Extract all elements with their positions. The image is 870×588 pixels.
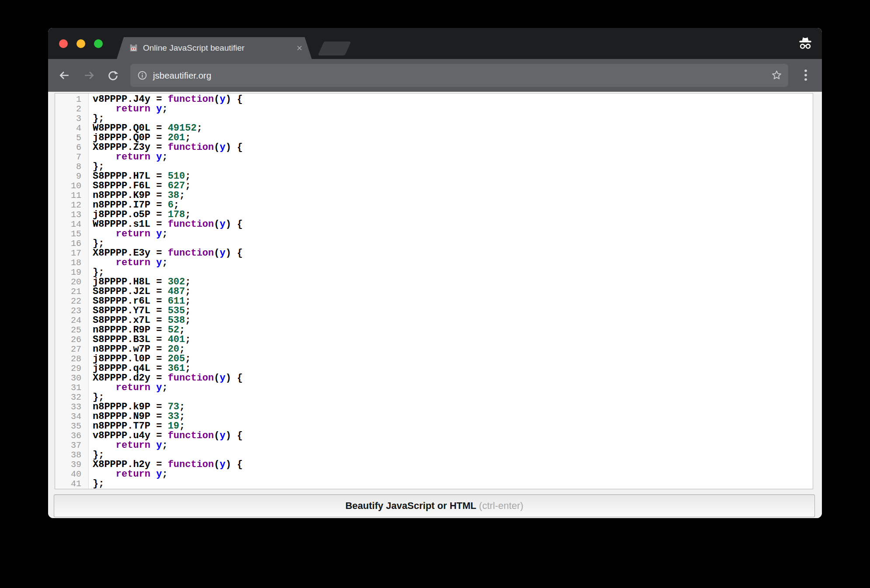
code-line: 39X8PPPP.h2y = function(y) { <box>55 460 813 470</box>
line-number: 37 <box>55 441 86 450</box>
page-info-icon[interactable] <box>137 70 147 80</box>
line-number: 26 <box>55 335 86 345</box>
beautify-button-label: Beautify JavaScript or HTML <box>345 500 477 511</box>
line-number: 24 <box>55 316 86 325</box>
code-line: 21S8PPPP.J2L = 487; <box>55 287 813 297</box>
code-line: 28j8PPPP.l0P = 205; <box>55 354 813 364</box>
window-minimize-button[interactable] <box>77 39 85 48</box>
code-line: 6X8PPPP.Z3y = function(y) { <box>55 143 813 152</box>
line-number: 14 <box>55 220 86 229</box>
code-line: 24S8PPPP.x7L = 538; <box>55 316 813 325</box>
line-number: 28 <box>55 354 86 364</box>
code-line: 27n8PPPP.w7P = 20; <box>55 345 813 354</box>
line-number: 33 <box>55 402 86 412</box>
line-number: 16 <box>55 239 86 249</box>
bookmark-star-icon[interactable] <box>771 69 783 81</box>
code-editor[interactable]: 1v8PPPP.J4y = function(y) {2 return y;3}… <box>55 93 813 489</box>
new-tab-button[interactable] <box>318 42 351 55</box>
line-number: 39 <box>55 460 86 470</box>
beautify-shortcut-hint: (ctrl-enter) <box>479 500 523 511</box>
line-number: 22 <box>55 297 86 306</box>
code-line: 41}; <box>55 479 813 489</box>
code-line: 13j8PPPP.o5P = 178; <box>55 210 813 220</box>
code-line: 19}; <box>55 268 813 277</box>
line-number: 25 <box>55 325 86 335</box>
forward-button[interactable] <box>83 69 96 82</box>
code-line: 15 return y; <box>55 229 813 239</box>
line-number: 35 <box>55 422 86 431</box>
code-line: 30X8PPPP.d2y = function(y) { <box>55 374 813 383</box>
line-number: 7 <box>55 152 86 162</box>
line-number: 29 <box>55 364 86 374</box>
beautify-button[interactable]: Beautify JavaScript or HTML (ctrl-enter) <box>54 495 815 517</box>
line-number: 4 <box>55 124 86 133</box>
code-line: 35n8PPPP.T7P = 19; <box>55 422 813 431</box>
line-number: 8 <box>55 162 86 172</box>
code-line: 40 return y; <box>55 470 813 479</box>
tab-title: Online JavaScript beautifier <box>143 37 244 59</box>
close-tab-icon[interactable] <box>296 45 303 52</box>
line-number: 32 <box>55 393 86 402</box>
browser-menu-button[interactable] <box>801 69 811 82</box>
code-line: 38}; <box>55 450 813 460</box>
line-number: 17 <box>55 249 86 258</box>
code-line: 36v8PPPP.u4y = function(y) { <box>55 431 813 441</box>
code-line: 20j8PPPP.H8L = 302; <box>55 277 813 287</box>
code-line: 8}; <box>55 162 813 172</box>
line-number: 38 <box>55 450 86 460</box>
line-number: 31 <box>55 383 86 393</box>
line-number: 20 <box>55 277 86 287</box>
tab-bar: Online JavaScript beautifier <box>48 28 822 59</box>
window-zoom-button[interactable] <box>94 39 103 48</box>
line-number: 19 <box>55 268 86 277</box>
code-line: 14W8PPPP.s1L = function(y) { <box>55 220 813 229</box>
browser-tab[interactable]: Online JavaScript beautifier <box>117 37 312 59</box>
code-line: 10S8PPPP.F6L = 627; <box>55 181 813 191</box>
line-number: 21 <box>55 287 86 297</box>
code-line: 3}; <box>55 114 813 124</box>
code-line: 18 return y; <box>55 258 813 268</box>
browser-toolbar: jsbeautifier.org <box>48 59 822 92</box>
url-text: jsbeautifier.org <box>153 64 211 87</box>
line-number: 10 <box>55 181 86 191</box>
line-number: 30 <box>55 374 86 383</box>
code-line: 26S8PPPP.B3L = 401; <box>55 335 813 345</box>
code-line: 7 return y; <box>55 152 813 162</box>
line-number: 12 <box>55 201 86 210</box>
code-line: 32}; <box>55 393 813 402</box>
code-line: 4W8PPPP.Q0L = 49152; <box>55 124 813 133</box>
reload-button[interactable] <box>107 69 119 82</box>
line-number: 41 <box>55 479 86 489</box>
line-number: 18 <box>55 258 86 268</box>
code-lines: 1v8PPPP.J4y = function(y) {2 return y;3}… <box>55 95 813 489</box>
code-line: 11n8PPPP.K9P = 38; <box>55 191 813 201</box>
code-line: 25n8PPPP.R9P = 52; <box>55 325 813 335</box>
code-line: 12n8PPPP.I7P = 6; <box>55 201 813 210</box>
line-number: 13 <box>55 210 86 220</box>
browser-window: Online JavaScript beautifier <box>48 28 822 518</box>
line-number: 3 <box>55 114 86 124</box>
page-content: 1v8PPPP.J4y = function(y) {2 return y;3}… <box>48 92 822 518</box>
code-line: 37 return y; <box>55 441 813 450</box>
code-line: 34n8PPPP.N9P = 33; <box>55 412 813 422</box>
line-number: 40 <box>55 470 86 479</box>
code-line: 2 return y; <box>55 104 813 114</box>
line-number: 15 <box>55 229 86 239</box>
line-number: 2 <box>55 104 86 114</box>
code-line: 31 return y; <box>55 383 813 393</box>
address-bar[interactable]: jsbeautifier.org <box>130 64 788 87</box>
line-number: 1 <box>55 95 86 104</box>
line-number: 11 <box>55 191 86 201</box>
line-number: 23 <box>55 306 86 316</box>
code-line: 16}; <box>55 239 813 249</box>
code-line: 17X8PPPP.E3y = function(y) { <box>55 249 813 258</box>
line-number: 36 <box>55 431 86 441</box>
code-line: 22S8PPPP.r6L = 611; <box>55 297 813 306</box>
code-line: 33n8PPPP.k9P = 73; <box>55 402 813 412</box>
line-number: 34 <box>55 412 86 422</box>
back-button[interactable] <box>58 69 70 82</box>
site-favicon-robot-icon <box>129 43 138 52</box>
line-number: 6 <box>55 143 86 152</box>
line-number: 5 <box>55 133 86 143</box>
window-close-button[interactable] <box>59 39 68 48</box>
